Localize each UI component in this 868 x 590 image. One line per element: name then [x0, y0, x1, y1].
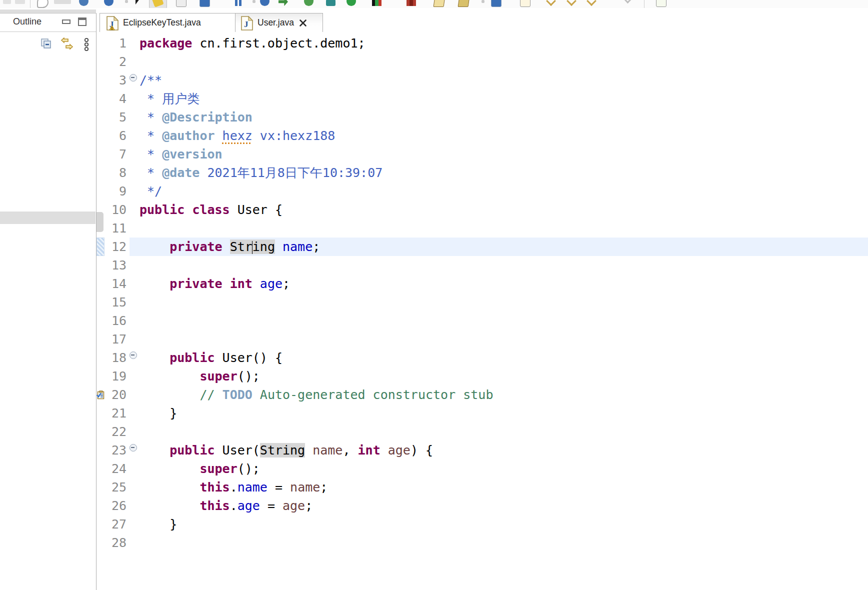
- range-marker-icon[interactable]: [96, 238, 104, 256]
- fold-collapse-icon[interactable]: [130, 348, 140, 367]
- code-text[interactable]: // TODO Auto-generated constructor stub: [140, 386, 868, 404]
- code-line-26[interactable]: 26 this.age = age;: [96, 496, 868, 515]
- console-list-icon[interactable]: [200, 0, 210, 7]
- code-line-27[interactable]: 27 }: [96, 515, 868, 534]
- code-line-7[interactable]: 7 * @version: [96, 145, 868, 164]
- collapse-all-icon[interactable]: [40, 38, 53, 50]
- debug-config-icon[interactable]: [54, 0, 71, 4]
- code-line-5[interactable]: 5 * @Description: [96, 108, 868, 126]
- save-all-icon[interactable]: [15, 0, 25, 4]
- code-text[interactable]: }: [140, 404, 868, 422]
- search-icon[interactable]: [458, 0, 470, 7]
- code-line-20[interactable]: 20 // TODO Auto-generated constructor st…: [96, 386, 868, 404]
- code-line-23[interactable]: 23 public User(String name, int age) {: [96, 441, 868, 460]
- code-text[interactable]: [140, 52, 868, 71]
- code-line-1[interactable]: 1package cn.first.object.demo1;: [96, 34, 868, 52]
- code-line-2[interactable]: 2: [96, 52, 868, 71]
- editor-panel-icon[interactable]: [656, 0, 666, 7]
- code-line-16[interactable]: 16: [96, 312, 868, 330]
- code-line-9[interactable]: 9 */: [96, 182, 868, 200]
- code-line-10[interactable]: 10public class User {: [96, 200, 868, 219]
- code-line-4[interactable]: 4 * 用户类: [96, 90, 868, 108]
- code-text[interactable]: private String name;: [140, 238, 868, 256]
- next-annotation-icon[interactable]: [520, 0, 530, 7]
- code-line-28[interactable]: 28: [96, 534, 868, 552]
- view-menu-icon[interactable]: [80, 38, 93, 50]
- debug-flag-icon[interactable]: [133, 0, 142, 6]
- code-text[interactable]: super();: [140, 367, 868, 386]
- code-text[interactable]: [140, 534, 868, 552]
- refresh-sphere-icon[interactable]: [104, 0, 114, 6]
- pause-icon[interactable]: [234, 0, 243, 6]
- code-line-12[interactable]: 12 private String name;: [96, 238, 868, 256]
- code-text[interactable]: * @author hexz vx:hexz188: [140, 126, 868, 145]
- save-icon[interactable]: [3, 0, 11, 4]
- todo-marker-icon[interactable]: [96, 386, 104, 404]
- code-line-19[interactable]: 19 super();: [96, 367, 868, 386]
- code-line-21[interactable]: 21 }: [96, 404, 868, 422]
- code-line-11[interactable]: 11: [96, 219, 868, 238]
- coverage-icon[interactable]: [372, 0, 382, 6]
- code-text[interactable]: public User(String name, int age) {: [140, 441, 868, 460]
- code-line-15[interactable]: 15: [96, 293, 868, 312]
- fold-collapse-icon[interactable]: [130, 441, 140, 460]
- suspend-grid-icon[interactable]: [406, 0, 416, 6]
- code-text[interactable]: * @Description: [140, 108, 868, 126]
- prev-annotation-icon[interactable]: [546, 0, 556, 6]
- mini-dot-icon[interactable]: [125, 0, 128, 3]
- code-line-14[interactable]: 14 private int age;: [96, 274, 868, 293]
- code-line-24[interactable]: 24 super();: [96, 460, 868, 478]
- minimize-icon[interactable]: [61, 17, 72, 27]
- code-text[interactable]: [140, 422, 868, 441]
- maximize-icon[interactable]: [77, 17, 88, 27]
- forward-history-icon[interactable]: [586, 0, 596, 6]
- web-browser-icon[interactable]: [79, 0, 88, 6]
- code-text[interactable]: [140, 219, 868, 238]
- close-icon[interactable]: [298, 18, 308, 28]
- code-text[interactable]: public User() {: [140, 348, 868, 367]
- code-text[interactable]: super();: [140, 460, 868, 478]
- annotation-list-icon[interactable]: [491, 0, 502, 7]
- code-text[interactable]: public class User {: [140, 200, 868, 219]
- code-line-8[interactable]: 8 * @date 2021年11月8日下午10:39:07: [96, 164, 868, 182]
- link-with-editor-icon[interactable]: [60, 38, 73, 50]
- line-number: 3: [104, 73, 130, 88]
- globe-icon[interactable]: [260, 0, 270, 6]
- code-line-25[interactable]: 25 this.name = name;: [96, 478, 868, 496]
- run-icon[interactable]: [346, 0, 356, 6]
- code-text[interactable]: this.age = age;: [140, 496, 868, 515]
- last-edit-location-icon[interactable]: [624, 0, 633, 6]
- code-text[interactable]: * @version: [140, 145, 868, 164]
- code-text[interactable]: * 用户类: [140, 90, 868, 108]
- code-text[interactable]: /**: [140, 71, 868, 90]
- code-text[interactable]: [140, 330, 868, 348]
- code-line-3[interactable]: 3/**: [96, 71, 868, 90]
- code-text[interactable]: }: [140, 515, 868, 534]
- mini-dot3-icon[interactable]: [482, 0, 484, 3]
- code-text[interactable]: [140, 256, 868, 274]
- plant-icon[interactable]: [304, 0, 314, 6]
- code-text[interactable]: this.name = name;: [140, 478, 868, 496]
- back-history-icon[interactable]: [566, 0, 576, 6]
- code-line-18[interactable]: 18 public User() {: [96, 348, 868, 367]
- tab-eclipsekeytest-java[interactable]: J EclipseKeyTest.java: [100, 13, 236, 32]
- code-text[interactable]: */: [140, 182, 868, 200]
- java-browsing-icon[interactable]: [37, 0, 48, 8]
- code-line-6[interactable]: 6 * @author hexz vx:hexz188: [96, 126, 868, 145]
- tab-user-java[interactable]: J User.java: [235, 13, 323, 32]
- code-text[interactable]: [140, 312, 868, 330]
- mini-dot2-icon[interactable]: [252, 0, 256, 3]
- code-text[interactable]: private int age;: [140, 274, 868, 293]
- external-tools-icon[interactable]: [326, 0, 336, 6]
- code-line-22[interactable]: 22: [96, 422, 868, 441]
- code-editor[interactable]: 1package cn.first.object.demo1;23/**4 * …: [96, 32, 868, 590]
- new-class-icon[interactable]: [176, 0, 186, 7]
- import-arrow-icon[interactable]: [278, 0, 288, 6]
- code-text[interactable]: * @date 2021年11月8日下午10:39:07: [140, 164, 868, 182]
- code-line-13[interactable]: 13: [96, 256, 868, 274]
- code-text[interactable]: [140, 293, 868, 312]
- code-text[interactable]: package cn.first.object.demo1;: [140, 34, 868, 52]
- code-line-17[interactable]: 17: [96, 330, 868, 348]
- open-task-folder-icon[interactable]: [434, 0, 446, 7]
- fold-collapse-icon[interactable]: [130, 71, 140, 90]
